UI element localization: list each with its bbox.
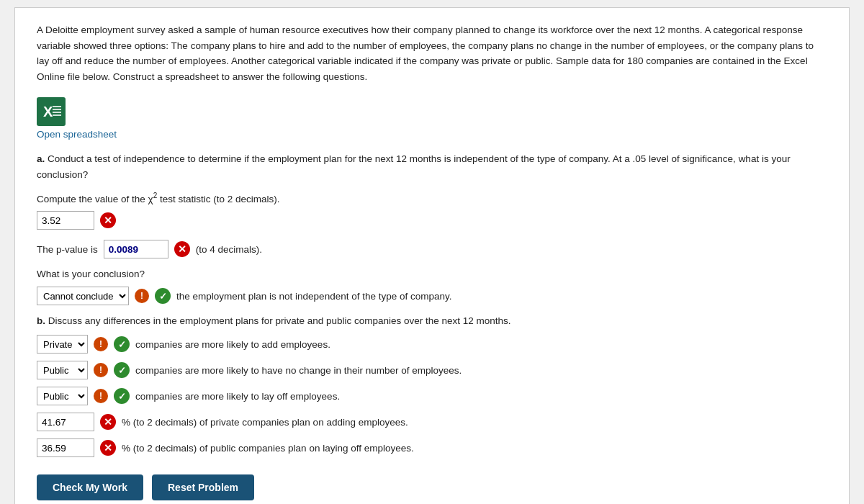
percent1-input[interactable]	[37, 413, 94, 431]
part-b-row2-correct-icon: ✓	[114, 362, 130, 378]
svg-rect-2	[53, 106, 61, 107]
conclusion-row: Cannot conclude Conclude ! ✓ the employm…	[37, 287, 827, 305]
percent1-text: % (to 2 decimals) of private companies p…	[122, 417, 408, 428]
part-b-row1-correct-icon: ✓	[114, 336, 130, 352]
percent-row2: ✕ % (to 2 decimals) of public companies …	[37, 438, 827, 457]
percent1-wrong-icon: ✕	[100, 414, 116, 430]
part-b-question: b. Discuss any differences in the employ…	[37, 315, 827, 326]
pvalue-input[interactable]	[104, 240, 168, 258]
pvalue-suffix-text: (to 4 decimals).	[196, 244, 262, 255]
part-b-row3: Public Private ! ✓ companies are more li…	[37, 387, 827, 405]
part-b-question-text: Discuss any differences in the employmen…	[48, 315, 511, 326]
part-b-row3-dropdown[interactable]: Public Private	[37, 387, 88, 405]
intro-paragraph: A Deloitte employment survey asked a sam…	[37, 22, 827, 84]
excel-icon-area: X	[37, 97, 827, 126]
chi-square-input[interactable]	[37, 211, 94, 230]
conclusion-dropdown[interactable]: Cannot conclude Conclude	[37, 287, 129, 305]
part-b-label: b.	[37, 315, 45, 326]
conclusion-info-icon[interactable]: !	[135, 289, 149, 303]
part-b-row3-text: companies are more likely to lay off emp…	[135, 391, 340, 402]
part-b-row2: Public Private ! ✓ companies are more li…	[37, 361, 827, 379]
part-a-question: a. Conduct a test of independence to det…	[37, 151, 827, 182]
pvalue-line: The p-value is ✕ (to 4 decimals).	[37, 240, 827, 258]
part-a-label: a.	[37, 153, 45, 164]
part-b-row1-info-icon[interactable]: !	[94, 337, 108, 351]
conclusion-text: the employment plan is not independent o…	[176, 291, 452, 302]
part-b-row1-dropdown[interactable]: Private Public	[37, 335, 88, 354]
svg-rect-3	[53, 109, 61, 110]
conclusion-label: What is your conclusion?	[37, 269, 827, 279]
part-b-row3-correct-icon: ✓	[114, 388, 130, 404]
compute-line: Compute the value of the χ2 test statist…	[37, 192, 827, 204]
part-b-row2-info-icon[interactable]: !	[94, 363, 108, 377]
open-spreadsheet-link[interactable]: Open spreadsheet	[37, 129, 827, 140]
part-b-row1: Private Public ! ✓ companies are more li…	[37, 335, 827, 354]
percent2-wrong-icon: ✕	[100, 440, 116, 456]
conclusion-correct-icon: ✓	[155, 288, 171, 304]
reset-problem-button[interactable]: Reset Problem	[152, 474, 254, 500]
svg-rect-5	[53, 114, 61, 116]
pvalue-label-text: The p-value is	[37, 244, 98, 255]
chi-square-wrong-icon: ✕	[100, 212, 116, 228]
part-b-row2-text: companies are more likely to have no cha…	[135, 365, 462, 376]
part-b-row1-text: companies are more likely to add employe…	[135, 339, 330, 350]
part-b-row2-dropdown[interactable]: Public Private	[37, 361, 88, 379]
svg-text:X: X	[43, 104, 53, 120]
chi-square-input-row: ✕	[37, 211, 827, 230]
check-my-work-button[interactable]: Check My Work	[37, 474, 143, 500]
svg-rect-4	[53, 112, 61, 113]
excel-icon: X	[37, 97, 66, 126]
percent2-text: % (to 2 decimals) of public companies pl…	[122, 443, 414, 454]
part-b-row3-info-icon[interactable]: !	[94, 389, 108, 403]
percent2-input[interactable]	[37, 438, 94, 457]
pvalue-wrong-icon: ✕	[174, 241, 190, 257]
percent-row1: ✕ % (to 2 decimals) of private companies…	[37, 413, 827, 431]
bottom-buttons: Check My Work Reset Problem	[37, 474, 827, 500]
page-container: A Deloitte employment survey asked a sam…	[14, 7, 850, 504]
part-a-question-text: Conduct a test of independence to determ…	[37, 153, 791, 180]
